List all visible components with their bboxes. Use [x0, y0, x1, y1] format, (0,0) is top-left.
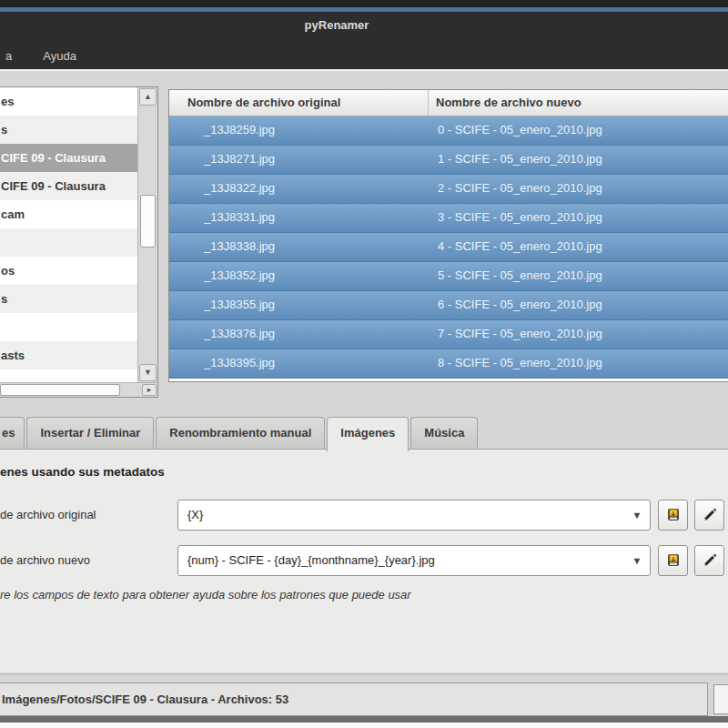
- file-table: Nombre de archivo original Nombre de arc…: [168, 89, 728, 382]
- table-row[interactable]: _13J8376.jpg 7 - SCIFE - 05_enero_2010.j…: [169, 320, 728, 349]
- pencil-icon: [702, 507, 718, 523]
- menu-item-ayuda[interactable]: Ayuda: [39, 46, 80, 69]
- label-archivo-nuevo: de archivo nuevo: [0, 545, 146, 576]
- folder-tree: es s CIFE 09 - Clausura CIFE 09 - Clausu…: [0, 87, 137, 382]
- panel-heading: enes usando sus metadatos: [0, 465, 165, 479]
- statusbar: Imágenes/Fotos/SCIFE 09 - Clausura - Arc…: [0, 682, 708, 716]
- table-row[interactable]: _13J8259.jpg 0 - SCIFE - 05_enero_2010.j…: [169, 116, 728, 146]
- tree-item[interactable]: asts: [0, 341, 137, 369]
- table-row[interactable]: _13J8352.jpg 5 - SCIFE - 05_enero_2010.j…: [169, 262, 728, 291]
- cell-original: _13J8355.jpg: [169, 291, 429, 319]
- window-title: pyRenamer: [0, 18, 673, 32]
- window-bottom-edge: [0, 716, 728, 723]
- table-row[interactable]: _13J8338.jpg 4 - SCIFE - 05_enero_2010.j…: [169, 233, 728, 262]
- tree-item[interactable]: s: [0, 285, 137, 313]
- scrollbar-thumb[interactable]: [140, 195, 156, 248]
- table-row[interactable]: _13J8271.jpg 1 - SCIFE - 05_enero_2010.j…: [169, 146, 728, 175]
- titlebar: pyRenamer a Ayuda: [0, 0, 728, 71]
- cell-nuevo: 4 - SCIFE - 05_enero_2010.jpg: [429, 233, 728, 261]
- save-pattern-button[interactable]: [658, 545, 688, 576]
- tree-item[interactable]: [0, 228, 137, 257]
- cell-nuevo: 3 - SCIFE - 05_enero_2010.jpg: [429, 204, 728, 232]
- folder-tree-panel: es s CIFE 09 - Clausura CIFE 09 - Clausu…: [0, 86, 158, 398]
- cell-original: _13J8322.jpg: [169, 175, 429, 203]
- imagenes-tab-panel: enes usando sus metadatos de archivo ori…: [0, 449, 728, 672]
- pattern-help-hint: re los campos de texto para obtener ayud…: [0, 588, 411, 602]
- save-pattern-button[interactable]: [658, 500, 688, 531]
- cell-nuevo: 6 - SCIFE - 05_enero_2010.jpg: [429, 291, 728, 319]
- tree-item-selected[interactable]: CIFE 09 - Clausura: [0, 144, 137, 172]
- table-row[interactable]: _13J8395.jpg 8 - SCIFE - 05_enero_2010.j…: [169, 349, 728, 379]
- cell-original: _13J8338.jpg: [169, 233, 429, 261]
- column-header-nuevo[interactable]: Nombre de archivo nuevo: [429, 90, 728, 116]
- cell-original: _13J8331.jpg: [169, 204, 429, 232]
- cell-original: _13J8376.jpg: [169, 320, 429, 349]
- menu-item-fragment[interactable]: a: [2, 46, 15, 69]
- scroll-up-icon[interactable]: ▲: [139, 88, 157, 106]
- pattern-nuevo-value[interactable]: {num} - SCIFE - {day}_{monthname}_{year}…: [187, 546, 622, 575]
- menubar: a Ayuda: [0, 46, 80, 69]
- file-table-body: _13J8259.jpg 0 - SCIFE - 05_enero_2010.j…: [169, 116, 728, 381]
- cell-nuevo: 7 - SCIFE - 05_enero_2010.jpg: [429, 320, 728, 349]
- tree-vertical-scrollbar[interactable]: ▲ ▼: [137, 87, 157, 382]
- titlebar-bottom-edge: [0, 69, 728, 71]
- cell-nuevo: 5 - SCIFE - 05_enero_2010.jpg: [429, 262, 728, 290]
- column-header-original[interactable]: Nombre de archivo original: [169, 90, 429, 116]
- pattern-original-value[interactable]: {X}: [187, 500, 622, 530]
- cell-nuevo: 2 - SCIFE - 05_enero_2010.jpg: [429, 175, 728, 203]
- tree-item[interactable]: es: [0, 87, 137, 116]
- tab-patrones-fragment[interactable]: es: [0, 417, 25, 450]
- tab-renombramiento-manual[interactable]: Renombramiento manual: [156, 417, 325, 450]
- cell-original: _13J8271.jpg: [169, 146, 429, 174]
- tab-imagenes[interactable]: Imágenes: [327, 417, 409, 451]
- save-pattern-icon: [665, 507, 682, 523]
- scrollbar-thumb[interactable]: [0, 384, 120, 396]
- tab-insertar-eliminar[interactable]: Insertar / Eliminar: [26, 417, 154, 450]
- table-row[interactable]: _13J8322.jpg 2 - SCIFE - 05_enero_2010.j…: [169, 175, 728, 204]
- chevron-down-icon[interactable]: ▼: [626, 502, 648, 528]
- pattern-nuevo-combobox[interactable]: {num} - SCIFE - {day}_{monthname}_{year}…: [177, 545, 651, 576]
- titlebar-accent-line: [0, 7, 728, 12]
- tree-item[interactable]: [0, 313, 137, 341]
- tree-item[interactable]: cam: [0, 200, 137, 228]
- scroll-right-icon[interactable]: ▸: [142, 384, 157, 396]
- statusbar-groove: [0, 673, 728, 675]
- page-bottom-strip: [0, 723, 728, 728]
- tree-item[interactable]: os: [0, 257, 137, 285]
- cell-original: _13J8395.jpg: [169, 349, 429, 378]
- tree-item[interactable]: s: [0, 116, 137, 144]
- tab-musica[interactable]: Música: [410, 417, 478, 450]
- rename-mode-tabs: es Insertar / Eliminar Renombramiento ma…: [0, 417, 478, 450]
- statusbar-path-text: Imágenes/Fotos/SCIFE 09 - Clausura - Arc…: [2, 683, 288, 715]
- statusbar-resize-box: [713, 684, 728, 714]
- cell-nuevo: 8 - SCIFE - 05_enero_2010.jpg: [429, 349, 728, 378]
- pencil-icon: [702, 552, 718, 569]
- label-archivo-original: de archivo original: [0, 500, 146, 531]
- cell-nuevo: 1 - SCIFE - 05_enero_2010.jpg: [429, 146, 728, 174]
- edit-pattern-button[interactable]: [694, 500, 724, 531]
- edit-pattern-button[interactable]: [694, 545, 724, 576]
- pyrenamer-window: pyRenamer a Ayuda es s CIFE 09 - Clausur…: [0, 0, 728, 728]
- tree-horizontal-scrollbar[interactable]: ▸: [0, 382, 157, 397]
- scroll-down-icon[interactable]: ▼: [139, 364, 157, 381]
- pattern-original-combobox[interactable]: {X} ▼: [177, 500, 651, 531]
- titlebar-top-strip: [0, 0, 728, 7]
- table-row[interactable]: _13J8355.jpg 6 - SCIFE - 05_enero_2010.j…: [169, 291, 728, 320]
- cell-original: _13J8352.jpg: [169, 262, 429, 290]
- chevron-down-icon[interactable]: ▼: [626, 548, 648, 573]
- save-pattern-icon: [665, 552, 682, 569]
- table-row[interactable]: _13J8331.jpg 3 - SCIFE - 05_enero_2010.j…: [169, 204, 728, 233]
- tree-item[interactable]: CIFE 09 - Clausura: [0, 172, 137, 200]
- cell-original: _13J8259.jpg: [169, 116, 429, 145]
- cell-nuevo: 0 - SCIFE - 05_enero_2010.jpg: [429, 116, 728, 145]
- file-table-header: Nombre de archivo original Nombre de arc…: [169, 90, 728, 116]
